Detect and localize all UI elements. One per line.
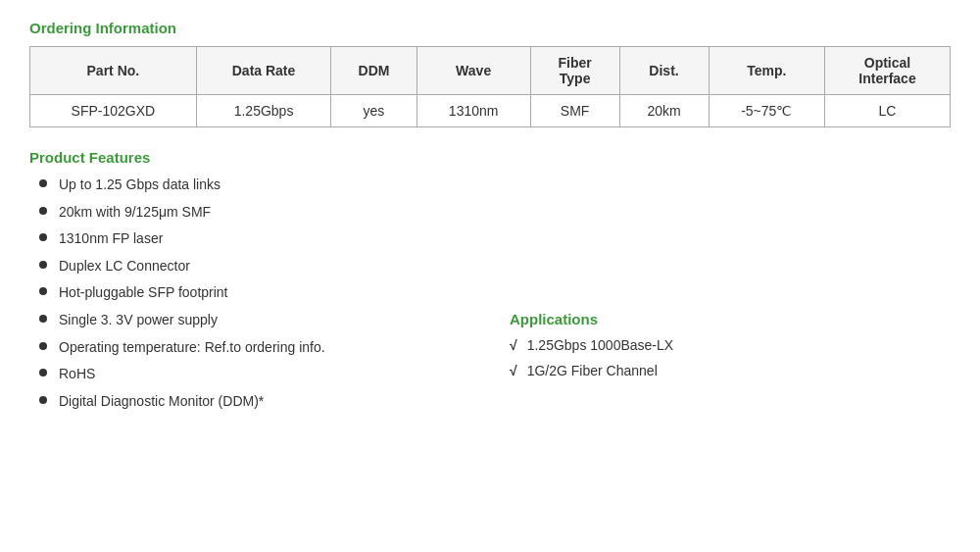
table-header-row: Part No. Data Rate DDM Wave FiberType Di… [30,47,951,95]
list-item: Duplex LC Connector [39,257,951,276]
list-item: RoHS [39,365,470,384]
list-item: 20km with 9/125μm SMF [39,203,951,223]
cell-part-no: SFP-102GXD [30,95,197,127]
checkmark-icon: √ [510,363,517,378]
bullet-icon [39,179,47,187]
bullet-icon [39,233,47,241]
bullet-icon [39,207,47,215]
list-item: Digital Diagnostic Monitor (DDM)* [39,392,470,412]
table-row: SFP-102GXD 1.25Gbps yes 1310nm SMF 20km … [30,95,951,127]
left-features: Single 3. 3V power supply Operating temp… [29,311,470,419]
feature-text: Single 3. 3V power supply [59,311,218,330]
cell-fiber-type: SMF [530,95,619,127]
app-text: 1.25Gbps 1000Base-LX [527,337,673,353]
applications-title: Applications [510,311,951,327]
bullet-icon [39,315,47,323]
app-item: √ 1G/2G Fiber Channel [510,363,951,378]
ordering-table: Part No. Data Rate DDM Wave FiberType Di… [29,46,951,127]
features-list-continued: Single 3. 3V power supply Operating temp… [39,311,470,411]
feature-text: Digital Diagnostic Monitor (DDM)* [59,392,264,412]
app-item: √ 1.25Gbps 1000Base-LX [510,337,951,353]
col-temp: Temp. [709,47,825,95]
col-optical-interface: OpticalInterface [825,47,951,95]
cell-optical-interface: LC [825,95,951,127]
cell-data-rate: 1.25Gbps [196,95,331,127]
bullet-icon [39,287,47,295]
feature-text: Duplex LC Connector [59,257,190,276]
list-item: Hot-pluggable SFP footprint [39,283,951,303]
features-list: Up to 1.25 Gbps data links 20km with 9/1… [39,176,951,303]
col-part-no: Part No. [30,47,197,95]
bullet-icon [39,369,47,376]
cell-wave: 1310nm [416,95,530,127]
list-item: 1310nm FP laser [39,229,951,249]
ordering-section: Ordering Information Part No. Data Rate … [29,20,951,127]
bullet-icon [39,396,47,404]
list-item: Single 3. 3V power supply [39,311,470,330]
list-item: Operating temperature: Ref.to ordering i… [39,338,470,358]
features-title: Product Features [29,149,951,166]
feature-text: 1310nm FP laser [59,229,163,249]
app-text: 1G/2G Fiber Channel [527,363,658,378]
feature-text: Hot-pluggable SFP footprint [59,283,228,303]
col-dist: Dist. [619,47,709,95]
bullet-icon [39,261,47,269]
feature-text: Operating temperature: Ref.to ordering i… [59,338,325,358]
cell-dist: 20km [619,95,709,127]
feature-text: 20km with 9/125μm SMF [59,203,211,223]
col-ddm: DDM [331,47,416,95]
applications-section: Applications √ 1.25Gbps 1000Base-LX √ 1G… [510,311,951,419]
bullet-icon [39,342,47,350]
col-data-rate: Data Rate [196,47,331,95]
col-fiber-type: FiberType [530,47,619,95]
bottom-section: Single 3. 3V power supply Operating temp… [29,311,951,419]
cell-ddm: yes [331,95,416,127]
features-section: Product Features Up to 1.25 Gbps data li… [29,149,951,419]
list-item: Up to 1.25 Gbps data links [39,176,951,195]
cell-temp: -5~75℃ [709,95,825,127]
checkmark-icon: √ [510,337,517,353]
feature-text: Up to 1.25 Gbps data links [59,176,220,195]
ordering-title: Ordering Information [29,20,951,36]
feature-text: RoHS [59,365,95,384]
col-wave: Wave [416,47,530,95]
